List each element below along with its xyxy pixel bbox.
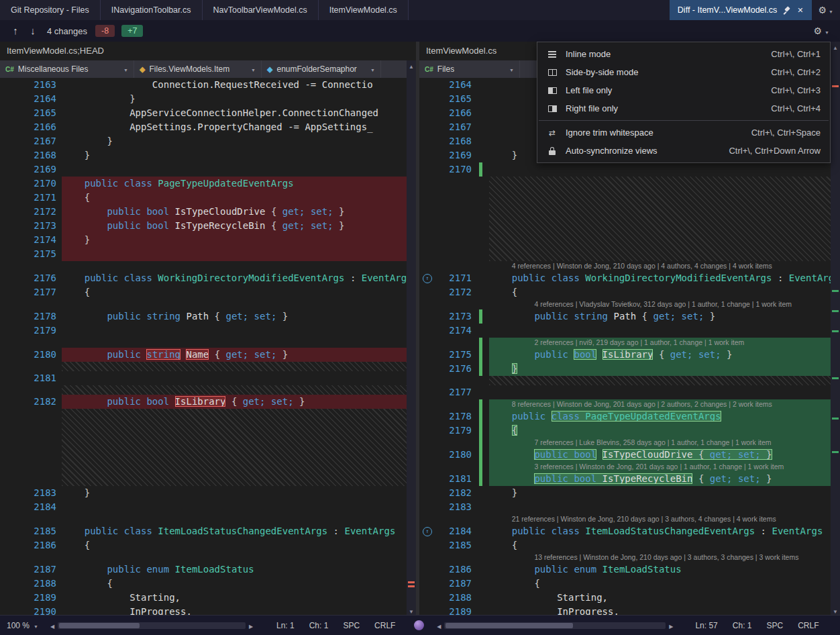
codelens-text[interactable]: 21 references | Winston de Jong, 210 day… [489,514,831,524]
right-line-indicator[interactable]: Ln: 57 [695,621,717,630]
tab-git-repository-files[interactable]: Git Repository - Files [0,0,101,20]
next-change-button[interactable] [24,25,42,37]
scroll-left-arrow[interactable] [433,621,444,630]
left-editor[interactable]: 2163 Connection.RequestReceived -= Conne… [0,78,407,615]
project-dropdown[interactable]: Files [419,60,520,78]
status-indicator-icon[interactable] [414,620,424,630]
diff-settings-button[interactable] [810,23,834,38]
code-line[interactable]: { [62,577,407,591]
code-line[interactable]: { [62,191,407,205]
tab-inavigationtoolbar-cs[interactable]: INavigationToolbar.cs [101,0,203,20]
code-line[interactable]: public enum ItemLoadStatus [489,563,831,577]
code-line[interactable]: } [62,148,407,162]
code-line[interactable]: Starting, [62,591,407,605]
member-dropdown[interactable]: enumFolderSemaphor [262,60,381,78]
menu-item-right-file-only[interactable]: Right file only Ctrl+\, Ctrl+4 [537,99,830,117]
scrollbar-thumb[interactable] [59,623,140,628]
code-line[interactable]: { [489,424,831,438]
code-line[interactable]: InProgress, [62,605,407,615]
scroll-down-arrow[interactable] [407,605,416,615]
code-line[interactable] [489,162,831,177]
code-line[interactable]: public bool IsTypeRecycleBin { get; set;… [489,472,831,486]
right-horizontal-scrollbar[interactable] [444,622,666,629]
project-dropdown[interactable]: Miscellaneous Files [0,60,134,78]
menu-item-left-file-only[interactable]: Left file only Ctrl+\, Ctrl+3 [537,81,830,99]
code-line[interactable] [62,324,407,338]
code-line[interactable]: { [62,285,407,299]
code-line[interactable]: Starting, [489,591,831,605]
left-eol-indicator[interactable]: CRLF [374,621,395,630]
code-line[interactable]: { [489,538,831,552]
code-line[interactable]: public bool IsLibrary { get; set; } [62,395,407,409]
code-line[interactable]: AppSettings.PropertyChanged -= AppSettin… [62,120,407,134]
code-line[interactable]: public string Name { get; set; } [62,348,407,362]
close-icon[interactable] [797,5,803,15]
codelens-text[interactable]: 8 references | Winston de Jong, 201 days… [489,399,831,409]
code-line[interactable]: public enum ItemLoadStatus [62,563,407,577]
code-line[interactable]: public bool IsTypeCloudDrive { get; set;… [489,448,831,462]
code-line[interactable] [489,385,831,399]
code-line[interactable]: } [62,134,407,148]
code-line[interactable]: { [489,577,831,591]
tab-diff-preview[interactable]: Diff - ItemV...ViewModel.cs [670,0,812,20]
code-line[interactable]: public class PageTypeUpdatedEventArgs [62,177,407,191]
code-line[interactable]: } [489,486,831,500]
diff-region-icon[interactable] [423,527,432,536]
right-eol-indicator[interactable]: CRLF [798,621,819,630]
code-line[interactable]: public bool IsTypeRecycleBin { get; set;… [62,219,407,233]
code-line[interactable]: Connection.RequestReceived -= Connectio [62,78,407,92]
scroll-right-arrow[interactable] [246,621,256,630]
scrollbar-thumb[interactable] [445,623,573,628]
code-line[interactable]: InProgress, [489,605,831,615]
type-dropdown[interactable]: Files.ViewModels.Item [134,60,262,78]
diff-region-icon[interactable] [423,274,432,283]
menu-item-side-by-side-mode[interactable]: Side-by-side mode Ctrl+\, Ctrl+2 [537,63,830,81]
scroll-up-arrow[interactable] [831,42,840,51]
code-line[interactable]: } [489,362,831,376]
previous-change-button[interactable] [7,25,24,37]
pin-icon[interactable] [783,6,791,15]
codelens-text[interactable]: 7 references | Luke Blevins, 258 days ag… [489,438,831,448]
left-column-indicator[interactable]: Ch: 1 [309,621,329,630]
zoom-control[interactable]: 100 % [0,621,47,630]
codelens-text[interactable]: 4 references | Vladyslav Tsvietkov, 312 … [489,299,831,309]
code-line[interactable] [62,247,407,261]
scroll-right-arrow[interactable] [666,621,676,630]
code-line[interactable]: public class ItemLoadStatusChangedEventA… [489,524,831,538]
code-line[interactable]: AppServiceConnectionHelper.ConnectionCha… [62,106,407,120]
right-vertical-scrollbar[interactable] [831,42,840,615]
tab-navtoolbarviewmodel-cs[interactable]: NavToolbarViewModel.cs [203,0,319,20]
code-line[interactable]: public bool IsLibrary { get; set; } [489,348,831,362]
scroll-left-arrow[interactable] [47,621,58,630]
left-indent-indicator[interactable]: SPC [343,621,360,630]
tab-bar-options-button[interactable] [812,0,840,20]
code-line[interactable]: public bool IsTypeCloudDrive { get; set;… [62,205,407,219]
code-line[interactable]: public class ItemLoadStatusChangedEventA… [62,524,407,538]
menu-item-ignore-trim-whitespace[interactable]: Ignore trim whitespace Ctrl+\, Ctrl+Spac… [537,124,830,142]
tab-itemviewmodel-cs[interactable]: ItemViewModel.cs [319,0,409,20]
code-line[interactable] [489,324,831,338]
left-line-indicator[interactable]: Ln: 1 [276,621,295,630]
codelens-text[interactable]: 13 references | Winston de Jong, 210 day… [489,552,831,563]
left-vertical-scrollbar[interactable] [407,60,416,615]
code-line[interactable]: { [62,538,407,552]
menu-item-inline-mode[interactable]: Inline mode Ctrl+\, Ctrl+1 [537,45,830,63]
code-line[interactable]: public string Path { get; set; } [489,309,831,324]
code-line[interactable] [62,371,407,385]
code-line[interactable] [62,500,407,514]
right-indent-indicator[interactable]: SPC [766,621,783,630]
code-line[interactable]: public class WorkingDirectoryModifiedEve… [489,271,831,285]
code-line[interactable]: public class WorkingDirectoryModifiedEve… [62,271,407,285]
scroll-down-arrow[interactable] [831,605,840,615]
code-line[interactable]: } [62,486,407,500]
codelens-text[interactable]: 2 references | nvi9, 219 days ago | 1 au… [489,338,831,348]
codelens-text[interactable]: 4 references | Winston de Jong, 210 days… [489,261,831,271]
code-line[interactable]: } [62,92,407,106]
code-line[interactable]: public class PageTypeUpdatedEventArgs [489,409,831,424]
right-column-indicator[interactable]: Ch: 1 [733,621,752,630]
codelens-text[interactable]: 3 references | Winston de Jong, 201 days… [489,462,831,472]
menu-item-auto-synchronize-views[interactable]: Auto-synchronize views Ctrl+\, Ctrl+Down… [537,142,830,160]
scroll-up-arrow[interactable] [407,60,416,70]
code-line[interactable]: public string Path { get; set; } [62,309,407,324]
code-line[interactable]: } [62,233,407,247]
